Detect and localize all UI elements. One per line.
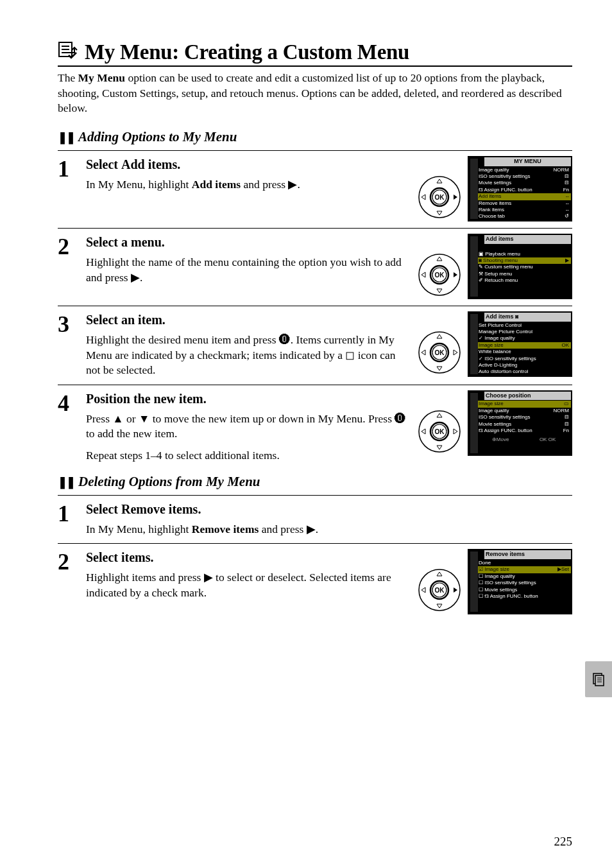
lcd-rows: Done☑ Image size▶Set☐ Image quality☐ ISO… xyxy=(477,560,571,600)
page-title-row: My Menu: Creating a Custom Menu xyxy=(58,40,572,67)
lcd-screenshot-additems-menus: Add items ▣ Playback menu◙ Shooting menu… xyxy=(468,234,572,299)
multi-selector-icon: OK xyxy=(418,410,461,453)
svg-marker-43 xyxy=(454,587,457,593)
multi-selector-icon: OK xyxy=(418,331,461,374)
del-step-1: 1 Select Remove items. In My Menu, highl… xyxy=(58,495,572,544)
step-title: Select an item. xyxy=(86,311,409,329)
step-body-text-2: Repeat steps 1–4 to select additional it… xyxy=(86,448,409,464)
lcd-screenshot-remove-items: Remove items Done☑ Image size▶Set☐ Image… xyxy=(468,549,572,614)
step-title: Select items. xyxy=(86,549,409,566)
svg-marker-32 xyxy=(437,413,442,417)
lcd-rows: Image size▭Image qualityNORMISO sensitiv… xyxy=(477,401,571,434)
svg-rect-45 xyxy=(595,675,604,686)
svg-text:OK: OK xyxy=(435,349,445,356)
svg-marker-25 xyxy=(437,367,442,370)
step-number: 1 xyxy=(58,501,86,537)
step-title: Select Add items. xyxy=(86,156,409,173)
svg-text:OK: OK xyxy=(435,272,445,279)
step-body-text: In My Menu, highlight Add items and pres… xyxy=(86,177,409,193)
step-body-text: Highlight the desired menu item and pres… xyxy=(86,333,409,378)
page-number: 225 xyxy=(554,835,573,849)
svg-marker-34 xyxy=(421,429,425,434)
intro-post: option can be used to create and edit a … xyxy=(58,71,562,114)
lcd-screenshot-mymenu: MY MENU Image qualityNORMISO sensitivity… xyxy=(468,156,572,221)
svg-marker-40 xyxy=(437,572,442,576)
lcd-rows: ▣ Playback menu◙ Shooting menu▶✎ Custom … xyxy=(477,251,571,284)
lcd-screenshot-additems-shooting: Add items ◙ Set Picture Control Manage P… xyxy=(468,311,572,377)
mymenu-icon xyxy=(58,41,80,65)
lcd-rows: Set Picture Control Manage Picture Contr… xyxy=(477,322,571,376)
svg-marker-9 xyxy=(437,211,442,215)
add-step-3: 3 Select an item. Highlight the desired … xyxy=(58,306,572,385)
del-step-2: 2 Select items. Highlight items and pres… xyxy=(58,543,572,621)
step-number: 1 xyxy=(58,156,86,221)
add-step-4: 4 Position the new item. Press ▲ or ▼ to… xyxy=(58,385,572,470)
multi-selector-icon: OK xyxy=(418,568,461,612)
svg-text:OK: OK xyxy=(435,428,445,435)
svg-marker-16 xyxy=(437,257,442,261)
page-title: My Menu: Creating a Custom Menu xyxy=(85,40,409,64)
lcd-rows: Image qualityNORMISO sensitivity setting… xyxy=(477,167,571,220)
subheading-deleting: Deleting Options from My Menu xyxy=(58,474,572,490)
svg-marker-17 xyxy=(437,289,442,293)
svg-marker-18 xyxy=(421,272,425,277)
side-tab-icon xyxy=(585,661,612,697)
intro-paragraph: The My Menu option can be used to create… xyxy=(58,71,572,116)
svg-marker-8 xyxy=(437,179,442,183)
intro-bold: My Menu xyxy=(78,71,125,84)
step-body-text: Highlight the name of the menu containin… xyxy=(86,255,409,285)
step-number: 2 xyxy=(58,234,86,299)
svg-marker-33 xyxy=(437,446,442,449)
step-title: Position the new item. xyxy=(86,390,409,408)
multi-selector-icon: OK xyxy=(418,253,461,297)
svg-marker-11 xyxy=(454,195,457,200)
step-number: 3 xyxy=(58,311,86,378)
svg-marker-26 xyxy=(421,350,425,355)
add-step-1: 1 Select Add items. In My Menu, highligh… xyxy=(58,150,572,228)
svg-text:OK: OK xyxy=(435,587,445,594)
svg-marker-27 xyxy=(454,350,457,355)
svg-marker-42 xyxy=(421,587,425,593)
multi-selector-icon: OK xyxy=(418,175,461,219)
svg-marker-35 xyxy=(454,429,457,434)
svg-text:OK: OK xyxy=(435,194,445,201)
step-title: Select Remove items. xyxy=(86,501,572,518)
subheading-adding: Adding Options to My Menu xyxy=(58,129,572,145)
step-body-text: Press ▲ or ▼ to move the new item up or … xyxy=(86,412,409,442)
step-body-text: In My Menu, highlight Remove items and p… xyxy=(86,522,572,537)
step-body-text: Highlight items and press ▶ to select or… xyxy=(86,570,409,600)
svg-marker-19 xyxy=(454,272,457,277)
add-step-2: 2 Select a menu. Highlight the name of t… xyxy=(58,228,572,306)
svg-marker-24 xyxy=(437,334,442,338)
step-number: 2 xyxy=(58,549,86,614)
step-title: Select a menu. xyxy=(86,234,409,251)
svg-marker-10 xyxy=(421,195,425,200)
lcd-screenshot-choose-position: Choose position Image size▭Image quality… xyxy=(468,390,572,456)
intro-pre: The xyxy=(58,71,78,84)
svg-marker-41 xyxy=(437,604,442,608)
step-number: 4 xyxy=(58,390,86,464)
